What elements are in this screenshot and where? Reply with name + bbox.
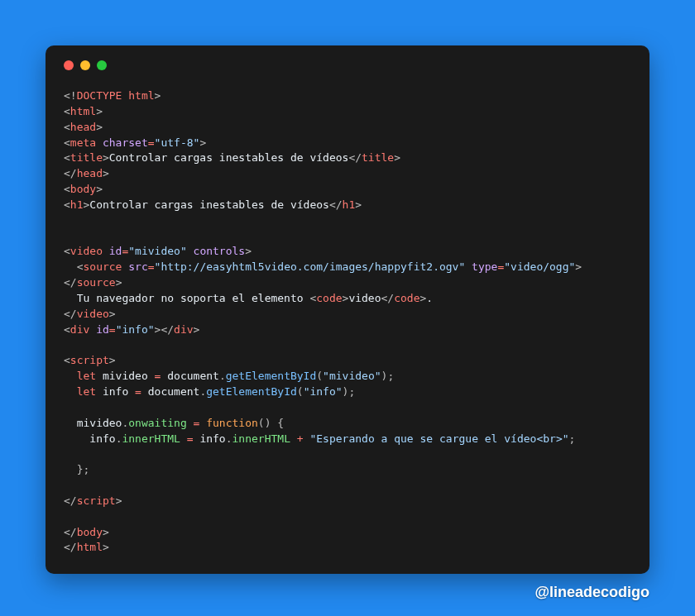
code-line: <div id="info"></div> [64, 322, 631, 338]
code-line [64, 509, 631, 525]
code-line: </head> [64, 166, 631, 182]
code-line: Tu navegador no soporta el elemento <cod… [64, 291, 631, 307]
window-traffic-lights [64, 60, 631, 70]
code-line: let mivideo = document.getElementById("m… [64, 369, 631, 384]
code-line: <source src="http://easyhtml5video.com/i… [64, 260, 631, 275]
code-block: <!DOCTYPE html><html><head><meta charset… [64, 88, 631, 556]
maximize-icon[interactable] [97, 60, 107, 70]
code-line [64, 213, 631, 229]
close-icon[interactable] [64, 60, 74, 70]
code-line: </script> [64, 494, 631, 509]
code-line: <html> [64, 104, 631, 120]
code-line [64, 446, 631, 462]
code-line: <script> [64, 353, 631, 369]
code-line: </html> [64, 540, 631, 556]
code-line: </body> [64, 525, 631, 541]
code-line: <body> [64, 182, 631, 198]
code-line: <h1>Controlar cargas inestables de vídeo… [64, 198, 631, 213]
code-line: </video> [64, 307, 631, 322]
code-line: </source> [64, 275, 631, 291]
code-line [64, 478, 631, 494]
code-line: mivideo.onwaiting = function() { [64, 416, 631, 432]
code-line: let info = document.getElementById("info… [64, 384, 631, 400]
code-line: info.innerHTML = info.innerHTML + "Esper… [64, 432, 631, 447]
code-line [64, 229, 631, 245]
code-line: <meta charset="utf-8"> [64, 136, 631, 151]
code-line [64, 338, 631, 354]
minimize-icon[interactable] [80, 60, 90, 70]
code-line: <!DOCTYPE html> [64, 88, 631, 104]
watermark-label: @lineadecodigo [46, 584, 649, 601]
code-window: <!DOCTYPE html><html><head><meta charset… [46, 45, 649, 574]
code-line: <video id="mivideo" controls> [64, 244, 631, 260]
code-line [64, 400, 631, 416]
code-line: <head> [64, 120, 631, 136]
code-line: }; [64, 462, 631, 478]
code-line: <title>Controlar cargas inestables de ví… [64, 150, 631, 166]
